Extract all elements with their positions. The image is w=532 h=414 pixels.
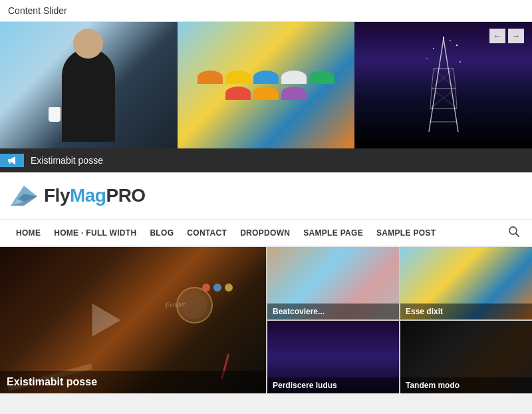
grid-cell-1[interactable]: Esse dixit <box>400 247 532 319</box>
nav-items: HOMEHOME · FULL WIDTHBLOGCONTACTDROPDOWN… <box>9 219 505 247</box>
grid-caption-0: Beatcoviere... <box>267 304 399 319</box>
grid-cell-2[interactable]: Perdiscere ludus <box>267 321 399 393</box>
grid-caption-3: Tandem modo <box>400 377 532 393</box>
ticker-text: Existimabit posse <box>31 155 103 166</box>
content-slider: ← → <box>0 22 532 148</box>
svg-point-17 <box>426 58 428 59</box>
nav-item-sample-post[interactable]: SAMPLE POST <box>370 219 442 247</box>
svg-point-18 <box>460 61 461 63</box>
ticker-bar: Existimabit posse <box>0 148 532 172</box>
play-triangle <box>92 304 121 337</box>
logo-area: FlyMagPRO <box>0 172 532 219</box>
nav-item-home[interactable]: HOME <box>9 219 47 247</box>
grid-cell-left[interactable]: Fender Existimabit posse <box>0 247 266 393</box>
svg-line-21 <box>516 233 519 236</box>
grid-cell-3[interactable]: Tandem modo <box>400 321 532 393</box>
umbrella-8 <box>281 87 307 100</box>
search-icon[interactable] <box>505 223 523 243</box>
grid-caption-2: Perdiscere ludus <box>267 377 399 393</box>
umbrella-2 <box>225 71 251 84</box>
umbrella-3 <box>253 71 279 84</box>
umbrella-5 <box>309 71 334 84</box>
nav-item-dropdown[interactable]: DROPDOWN <box>233 219 297 247</box>
logo-pro: PRO <box>106 185 145 206</box>
slide-umbrellas <box>178 22 355 148</box>
grid-caption-left: Existimabit posse <box>0 371 266 393</box>
person-head <box>73 29 103 59</box>
svg-line-1 <box>444 39 458 132</box>
svg-line-8 <box>430 89 432 108</box>
svg-line-7 <box>454 69 456 89</box>
slider-prev-button[interactable]: ← <box>489 29 505 43</box>
logo-mag: Mag <box>70 185 106 206</box>
slider-arrows: ← → <box>489 29 524 43</box>
logo-text[interactable]: FlyMagPRO <box>44 185 146 206</box>
megaphone-icon <box>7 155 17 166</box>
widget-title-bar: Content Slider <box>0 0 532 22</box>
content-grid: Fender Existimabit posse Beatcoviere...E… <box>0 247 532 393</box>
slider-next-button[interactable]: → <box>508 29 524 43</box>
logo-icon <box>9 183 39 208</box>
nav-item-blog[interactable]: BLOG <box>143 219 180 247</box>
widget-title-text: Content Slider <box>8 5 67 16</box>
svg-point-15 <box>433 48 434 49</box>
tower-svg <box>424 35 464 135</box>
umbrella-1 <box>198 71 223 84</box>
grid-caption-1: Esse dixit <box>400 304 532 319</box>
svg-point-19 <box>450 40 451 41</box>
grid-right: Beatcoviere...Esse dixitPerdiscere ludus… <box>267 247 532 393</box>
logo-fly: Fly <box>44 185 70 206</box>
umbrella-group <box>178 64 355 106</box>
umbrella-6 <box>225 87 251 100</box>
slide-person <box>0 22 178 148</box>
coffee-cup <box>49 107 61 122</box>
umbrella-7 <box>253 87 279 100</box>
nav-item-home-full[interactable]: HOME · FULL WIDTH <box>47 219 143 247</box>
nav-item-contact[interactable]: CONTACT <box>180 219 233 247</box>
grid-cell-0[interactable]: Beatcoviere... <box>267 247 399 319</box>
person-body <box>62 49 115 142</box>
nav-item-sample-page[interactable]: SAMPLE PAGE <box>297 219 370 247</box>
umbrella-4 <box>281 71 307 84</box>
svg-point-16 <box>456 45 457 46</box>
svg-line-6 <box>432 69 434 89</box>
svg-line-9 <box>456 89 457 108</box>
ticker-icon <box>0 154 24 167</box>
main-nav: HOMEHOME · FULL WIDTHBLOGCONTACTDROPDOWN… <box>0 219 532 247</box>
svg-line-0 <box>429 39 444 132</box>
